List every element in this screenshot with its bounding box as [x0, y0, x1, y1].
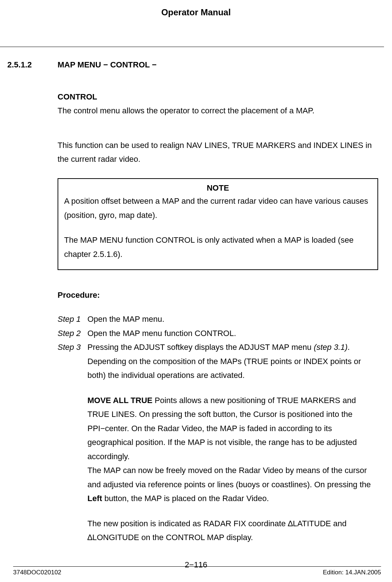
step-label: Step 1: [58, 312, 87, 327]
move-p2a: The MAP can now be freely moved on the R…: [87, 466, 371, 489]
left-bold: Left: [87, 494, 102, 503]
step-row: Step 3 Pressing the ADJUST softkey displ…: [58, 340, 378, 545]
note-title: NOTE: [64, 183, 372, 193]
header-rule: [0, 47, 384, 47]
page-footer: 3748DOC020102 Edition: 14.JAN.2005 2−116: [0, 566, 392, 576]
footer-left: 3748DOC020102: [13, 569, 61, 576]
step3-ref: (step 3.1): [314, 343, 348, 352]
section-number: 2.5.1.2: [0, 60, 58, 70]
control-para2: This function can be used to realign NAV…: [58, 138, 378, 166]
note-box: NOTE A position offset between a MAP and…: [58, 178, 378, 270]
move-p2b: button, the MAP is placed on the Radar V…: [102, 494, 269, 503]
control-para1: The control menu allows the operator to …: [58, 104, 378, 117]
procedure-heading: Procedure:: [58, 290, 378, 300]
footer-right: Edition: 14.JAN.2005: [323, 569, 381, 576]
doc-title: Operator Manual: [0, 0, 392, 47]
section-title: MAP MENU − CONTROL −: [58, 60, 157, 70]
step-label: Step 3: [58, 340, 87, 545]
note-line2: The MAP MENU function CONTROL is only ac…: [64, 233, 372, 261]
step-label: Step 2: [58, 327, 87, 341]
move-rest: Points allows a new positioning of TRUE …: [87, 396, 357, 461]
note-line1: A position offset between a MAP and the …: [64, 194, 372, 222]
move-p3: The new position is indicated as RADAR F…: [87, 519, 346, 542]
step-body: Open the MAP menu.: [87, 312, 378, 327]
step-body: Pressing the ADJUST softkey displays the…: [87, 340, 378, 545]
step-row: Step 1 Open the MAP menu.: [58, 312, 378, 327]
footer-center: 2−116: [185, 560, 207, 570]
step-row: Step 2 Open the MAP menu function CONTRO…: [58, 327, 378, 341]
step-body: Open the MAP menu function CONTROL.: [87, 327, 378, 341]
control-heading: CONTROL: [58, 92, 378, 102]
move-all-true-bold: MOVE ALL TRUE: [87, 396, 152, 405]
step3-a: Pressing the ADJUST softkey displays the…: [87, 343, 314, 352]
